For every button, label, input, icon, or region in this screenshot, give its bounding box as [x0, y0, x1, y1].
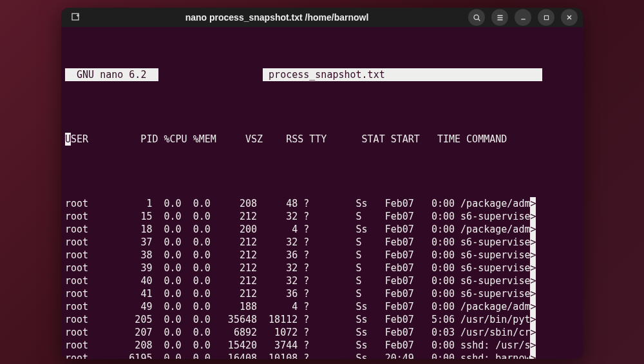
process-row: root 39 0.0 0.0 212 32 ? S Feb07 0:00 s6… — [65, 262, 579, 274]
minimize-button[interactable] — [515, 9, 531, 26]
svg-point-3 — [474, 15, 478, 19]
process-row: root 38 0.0 0.0 212 36 ? S Feb07 0:00 s6… — [65, 249, 579, 262]
line-continuation-icon: > — [530, 313, 536, 326]
line-continuation-icon: > — [530, 223, 536, 236]
nano-version: GNU nano 6.2 — [65, 68, 158, 81]
line-continuation-icon: > — [530, 274, 536, 287]
process-row: root 18 0.0 0.0 200 4 ? Ss Feb07 0:00 /p… — [65, 223, 579, 236]
line-continuation-icon: > — [530, 197, 536, 210]
svg-line-4 — [478, 19, 480, 21]
line-continuation-icon: > — [530, 339, 536, 352]
process-row: root 15 0.0 0.0 212 32 ? S Feb07 0:00 s6… — [65, 210, 579, 223]
line-continuation-icon: > — [530, 210, 536, 223]
process-row: root 207 0.0 0.0 6892 1072 ? Ss Feb07 0:… — [65, 326, 579, 339]
line-continuation-icon: > — [530, 300, 536, 313]
menu-button[interactable] — [491, 9, 508, 26]
process-row: root 40 0.0 0.0 212 32 ? S Feb07 0:00 s6… — [65, 274, 579, 287]
new-tab-button[interactable] — [66, 8, 86, 27]
close-button[interactable] — [561, 9, 578, 26]
svg-rect-9 — [544, 15, 548, 19]
process-row: root 49 0.0 0.0 188 4 ? Ss Feb07 0:00 /p… — [65, 300, 579, 313]
line-continuation-icon: > — [530, 249, 536, 262]
terminal-body[interactable]: GNU nano 6.2 process_snapshot.txt USER P… — [61, 27, 583, 359]
window-title: nano process_snapshot.txt /home/barnowl — [90, 12, 464, 23]
terminal-window: nano process_snapshot.txt /home/barnowl … — [61, 8, 583, 359]
maximize-button[interactable] — [538, 9, 554, 26]
nano-filename: process_snapshot.txt — [263, 68, 391, 81]
process-list: root 1 0.0 0.0 208 48 ? Ss Feb07 0:00 /p… — [65, 197, 579, 359]
line-continuation-icon: > — [530, 352, 536, 359]
process-row: root 37 0.0 0.0 212 32 ? S Feb07 0:00 s6… — [65, 236, 579, 249]
ps-header-row: USER PID %CPU %MEM VSZ RSS TTY STAT STAR… — [65, 133, 579, 146]
process-row: root 6195 0.0 0.0 16408 10108 ? Ss 20:49… — [65, 352, 579, 359]
process-row: root 1 0.0 0.0 208 48 ? Ss Feb07 0:00 /p… — [65, 197, 579, 210]
line-continuation-icon: > — [530, 262, 536, 274]
titlebar: nano process_snapshot.txt /home/barnowl — [61, 8, 583, 27]
process-row: root 205 0.0 0.0 35648 18112 ? Ss Feb07 … — [65, 313, 579, 326]
process-row: root 208 0.0 0.0 15420 3744 ? Ss Feb07 0… — [65, 339, 579, 352]
line-continuation-icon: > — [530, 236, 536, 249]
line-continuation-icon: > — [530, 287, 536, 300]
line-continuation-icon: > — [530, 326, 536, 339]
process-row: root 41 0.0 0.0 212 36 ? S Feb07 0:00 s6… — [65, 287, 579, 300]
cursor: U — [65, 133, 71, 146]
nano-header: GNU nano 6.2 process_snapshot.txt — [65, 68, 579, 81]
search-button[interactable] — [468, 9, 485, 26]
